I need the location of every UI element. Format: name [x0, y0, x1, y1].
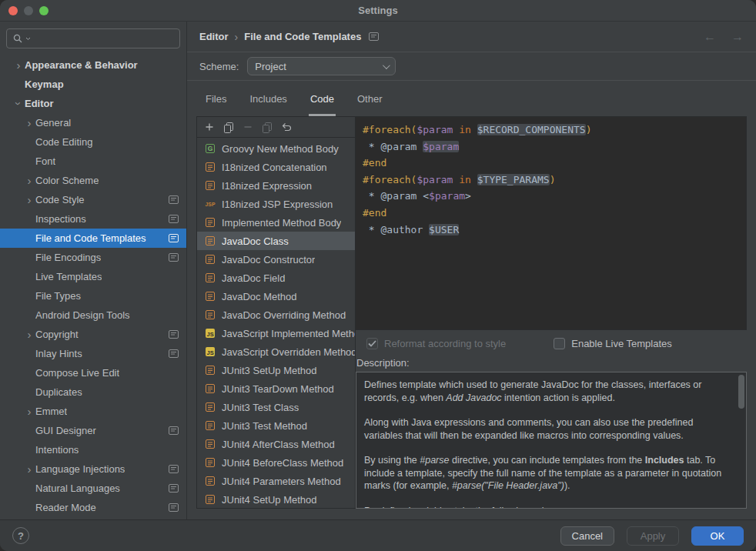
ok-button[interactable]: OK — [691, 526, 744, 546]
svg-text:JS: JS — [207, 331, 214, 338]
scheme-select[interactable]: Project — [247, 57, 396, 75]
sidebar-item-editor[interactable]: ›Editor — [0, 94, 186, 113]
sidebar-item-label: Appearance & Behavior — [25, 59, 138, 71]
sidebar-item-appearance-behavior[interactable]: ›Appearance & Behavior — [0, 55, 186, 75]
sidebar-item-emmet[interactable]: ›Emmet — [0, 402, 186, 421]
template-item-i18nized-expression[interactable]: I18nized Expression — [197, 176, 355, 195]
sidebar-item-file-and-code-templates[interactable]: ›File and Code Templates — [0, 229, 186, 248]
template-item-javadoc-method[interactable]: JavaDoc Method — [197, 287, 355, 306]
template-item-junit4-setup-method[interactable]: JUnit4 SetUp Method — [197, 490, 355, 508]
template-template-icon — [204, 291, 216, 302]
sidebar-item-live-templates[interactable]: ›Live Templates — [0, 267, 186, 286]
template-item-i18nized-concatenation[interactable]: I18nized Concatenation — [197, 158, 355, 176]
sidebar-item-copyright[interactable]: ›Copyright — [0, 325, 186, 344]
reset-template-button[interactable] — [278, 119, 295, 135]
js-template-icon: JS — [204, 346, 216, 357]
template-item-junit3-teardown-method[interactable]: JUnit3 TearDown Method — [197, 379, 355, 398]
template-item-label: JavaDoc Field — [222, 272, 285, 284]
back-icon[interactable]: ← — [704, 30, 716, 44]
code-line: * @param <$param> — [363, 188, 739, 205]
sidebar-item-label: Reader Mode — [35, 502, 96, 513]
template-item-implemented-method-body[interactable]: Implemented Method Body — [197, 213, 355, 232]
sidebar-item-code-editing[interactable]: ›Code Editing — [0, 132, 186, 152]
settings-sidebar: ›Appearance & Behavior›Keymap›Editor›Gen… — [0, 22, 187, 519]
template-item-javascript-implemented-method-body[interactable]: JSJavaScript Implemented Method Body — [197, 324, 355, 342]
sidebar-item-label: Inlay Hints — [35, 348, 82, 359]
sidebar-item-intentions[interactable]: ›Intentions — [0, 440, 186, 459]
sidebar-item-file-encodings[interactable]: ›File Encodings — [0, 248, 186, 267]
live-templates-checkbox[interactable]: Enable Live Templates — [554, 338, 672, 349]
code-line: #end — [363, 155, 739, 172]
template-item-junit4-beforeclass-method[interactable]: JUnit4 BeforeClass Method — [197, 453, 355, 472]
sidebar-item-duplicates[interactable]: ›Duplicates — [0, 382, 186, 402]
sidebar-item-inspections[interactable]: ›Inspections — [0, 209, 186, 229]
live-templates-checkbox-label: Enable Live Templates — [571, 338, 672, 349]
template-template-icon — [204, 217, 216, 228]
template-item-junit4-afterclass-method[interactable]: JUnit4 AfterClass Method — [197, 435, 355, 453]
template-item-junit3-test-method[interactable]: JUnit3 Test Method — [197, 416, 355, 435]
create-child-template-button[interactable] — [220, 119, 237, 135]
breadcrumb-editor[interactable]: Editor — [199, 31, 229, 42]
sidebar-item-color-scheme[interactable]: ›Color Scheme — [0, 171, 186, 190]
sidebar-item-label: Emmet — [35, 406, 67, 417]
template-item-javadoc-class[interactable]: JavaDoc Class — [197, 232, 355, 250]
template-item-javascript-overridden-method-body[interactable]: JSJavaScript Overridden Method Body — [197, 342, 355, 361]
sidebar-item-natural-languages[interactable]: ›Natural Languages — [0, 479, 186, 498]
template-item-label: I18nized Expression — [222, 180, 312, 192]
template-item-junit3-test-class[interactable]: JUnit3 Test Class — [197, 398, 355, 416]
chevron-right-icon[interactable]: › — [23, 175, 35, 186]
sidebar-item-language-injections[interactable]: ›Language Injections — [0, 459, 186, 479]
sidebar-item-keymap[interactable]: ›Keymap — [0, 75, 186, 94]
tab-other[interactable]: Other — [356, 81, 384, 116]
window-title: Settings — [0, 5, 756, 16]
sidebar-item-inlay-hints[interactable]: ›Inlay Hints — [0, 344, 186, 363]
sidebar-item-file-types[interactable]: ›File Types — [0, 286, 186, 306]
template-item-groovy-new-method-body[interactable]: GGroovy New Method Body — [197, 139, 355, 158]
help-button[interactable]: ? — [12, 527, 29, 544]
sidebar-item-reader-mode[interactable]: ›Reader Mode — [0, 498, 186, 517]
sidebar-item-android-design-tools[interactable]: ›Android Design Tools — [0, 306, 186, 325]
description-box[interactable]: Defines template which used to generate … — [356, 372, 747, 509]
add-template-button[interactable] — [201, 119, 218, 135]
scheme-label: Scheme: — [199, 61, 239, 72]
scheme-value: Project — [255, 61, 286, 72]
chevron-right-icon[interactable]: › — [12, 59, 25, 71]
search-input[interactable] — [33, 33, 174, 45]
code-line: #end — [363, 205, 739, 222]
sidebar-item-code-style[interactable]: ›Code Style — [0, 190, 186, 209]
template-item-label: JavaDoc Overriding Method — [222, 309, 346, 321]
chevron-right-icon[interactable]: › — [23, 463, 35, 475]
sidebar-item-compose-live-edit[interactable]: ›Compose Live Edit — [0, 363, 186, 382]
search-box[interactable] — [6, 28, 180, 48]
chevron-right-icon[interactable]: › — [23, 194, 35, 205]
template-item-javadoc-overriding-method[interactable]: JavaDoc Overriding Method — [197, 306, 355, 324]
svg-text:JSP: JSP — [206, 202, 216, 207]
template-item-junit4-parameters-method[interactable]: JUnit4 Parameters Method — [197, 472, 355, 490]
template-template-icon — [204, 383, 216, 394]
template-item-junit3-setup-method[interactable]: JUnit3 SetUp Method — [197, 361, 355, 379]
sidebar-item-label: Duplicates — [35, 386, 82, 398]
editor-preview-icon — [169, 503, 179, 512]
tab-files[interactable]: Files — [204, 81, 228, 116]
chevron-down-icon[interactable]: › — [13, 98, 25, 110]
description-scrollbar-thumb[interactable] — [738, 375, 744, 409]
chevron-right-icon[interactable]: › — [23, 329, 35, 340]
js-template-icon: JS — [204, 328, 216, 339]
sidebar-item-general[interactable]: ›General — [0, 113, 186, 132]
cancel-button[interactable]: Cancel — [560, 526, 614, 546]
forward-icon[interactable]: → — [731, 30, 744, 44]
chevron-right-icon[interactable]: › — [23, 117, 35, 129]
template-item-javadoc-constructor[interactable]: JavaDoc Constructor — [197, 250, 355, 269]
remove-template-button — [239, 119, 256, 135]
sidebar-item-font[interactable]: ›Font — [0, 152, 186, 171]
template-editor[interactable]: #foreach($param in $RECORD_COMPONENTS) *… — [356, 116, 747, 330]
tab-code[interactable]: Code — [309, 81, 336, 116]
template-item-label: JavaScript Implemented Method Body — [222, 328, 355, 339]
template-item-label: JUnit4 SetUp Method — [222, 494, 317, 506]
search-history-chevron-icon — [25, 37, 31, 41]
chevron-right-icon[interactable]: › — [23, 406, 35, 417]
sidebar-item-gui-designer[interactable]: ›GUI Designer — [0, 421, 186, 440]
template-item-javadoc-field[interactable]: JavaDoc Field — [197, 269, 355, 287]
template-item-i18nized-jsp-expression[interactable]: JSPI18nized JSP Expression — [197, 195, 355, 213]
tab-includes[interactable]: Includes — [248, 81, 288, 116]
